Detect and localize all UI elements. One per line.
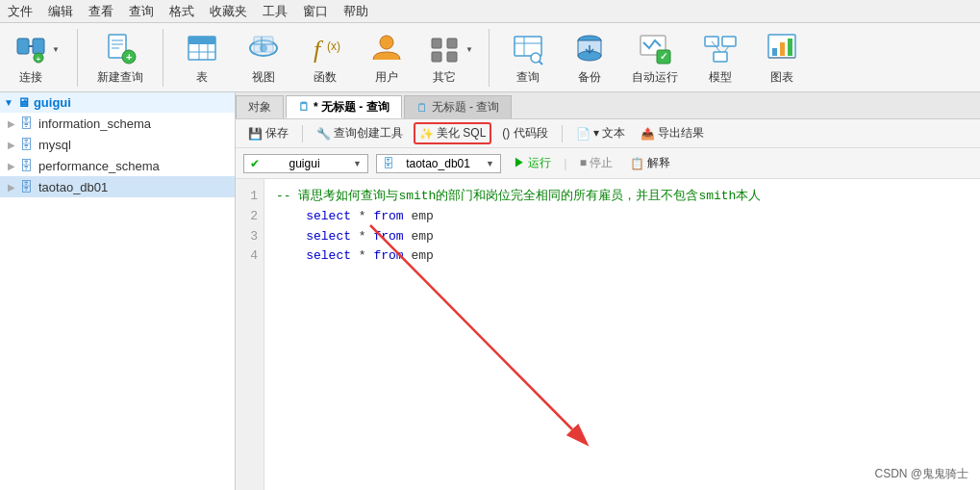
watermark: CSDN @鬼鬼骑士 [874,466,968,482]
right-db-dropdown[interactable]: 🗄 taotao_db01 ▼ [376,154,501,173]
build-query-button[interactable]: 🔧 查询创建工具 [312,123,408,143]
tab-query1-label: * 无标题 - 查询 [314,99,389,116]
beautify-sql-button[interactable]: ✨ 美化 SQL [414,122,491,144]
right-db-name: taotao_db01 [406,157,470,170]
svg-rect-41 [714,52,727,62]
menu-window[interactable]: 窗口 [303,3,328,20]
tab-query2[interactable]: 🗒 无标题 - 查询 [404,95,513,118]
kw-select-2: select [306,209,351,223]
build-query-label: 查询创建工具 [334,125,403,142]
line-num-1: 1 [241,187,258,207]
menu-favorites[interactable]: 收藏夹 [210,3,247,20]
toolbar-function[interactable]: f(x) 函数 [298,25,352,90]
toolbar-view[interactable]: 视图 [237,25,290,90]
backup-label: 备份 [578,69,601,86]
autorun-icon: ✓ [636,29,674,67]
connect-icon: + [12,29,50,67]
menu-format[interactable]: 格式 [169,3,194,20]
left-db-dropdown[interactable]: ✔ guigui ▼ [243,154,368,173]
right-db-icon: 🗄 [383,157,394,170]
svg-rect-46 [780,42,785,56]
menu-file[interactable]: 文件 [8,3,33,20]
sidebar-root-arrow: ▼ [4,97,13,108]
export-icon: 📤 [641,127,655,141]
cylinder-icon-3: 🗄 [19,158,33,173]
menu-help[interactable]: 帮助 [343,3,368,20]
svg-text:✓: ✓ [660,51,667,62]
code-editor-area: 1 2 3 4 -- 请思考如何查询与smith的部门和岗位完全相同的所有雇员，… [236,179,980,490]
sidebar-item-performance-schema[interactable]: ▶ 🗄 performance_schema [0,155,235,176]
toolbar-backup[interactable]: 备份 [563,25,616,90]
sidebar-item-taotao-db01[interactable]: ▶ 🗄 taotao_db01 [0,176,235,197]
svg-text:+: + [126,51,132,63]
svg-rect-26 [432,52,441,62]
table-icon [183,29,221,67]
svg-rect-25 [447,39,457,48]
main-toolbar: + 连接 ▼ + 新建查询 表 视图 f(x) 函数 [0,23,980,92]
toolbar-user[interactable]: 用户 [360,25,414,90]
other-icon [425,29,464,67]
sidebar-item-information-schema[interactable]: ▶ 🗄 information_schema [0,113,235,134]
cylinder-icon-4: 🗄 [19,179,33,194]
cylinder-icon-2: 🗄 [19,137,33,152]
run-button[interactable]: ▶ 运行 [509,153,556,173]
stop-button[interactable]: ■ 停止 [575,153,618,173]
stop-label: ■ 停止 [580,155,614,171]
text-icon: 📄 [576,127,591,141]
svg-text:f: f [314,36,324,64]
code-content[interactable]: -- 请思考如何查询与smith的部门和岗位完全相同的所有雇员，并且不包含smi… [264,179,980,490]
kw-select-4: select [306,248,351,263]
text-button[interactable]: 📄 ▾ 文本 [571,123,630,143]
snippet-button[interactable]: () 代码段 [497,123,552,143]
qt-sep-2 [562,125,563,142]
right-db-arrow: ▼ [486,159,494,168]
connect-arrow-icon[interactable]: ▼ [52,45,60,54]
query-icon [509,29,547,67]
explain-button[interactable]: 📋 解释 [625,153,675,173]
toolbar-chart[interactable]: 图表 [755,25,809,90]
code-editor[interactable]: 1 2 3 4 -- 请思考如何查询与smith的部门和岗位完全相同的所有雇员，… [236,179,980,490]
toolbar-query[interactable]: 查询 [501,25,555,90]
new-query-label: 新建查询 [97,69,143,86]
sidebar-item-mysql[interactable]: ▶ 🗄 mysql [0,134,235,155]
svg-point-23 [380,36,393,49]
run-label: ▶ 运行 [514,155,551,171]
menu-query[interactable]: 查询 [129,3,154,20]
kw-from-4: from [373,248,403,263]
menu-edit[interactable]: 编辑 [48,3,73,20]
function-label: 函数 [314,69,337,86]
user-icon [367,29,406,67]
menu-view[interactable]: 查看 [88,3,113,20]
toolbar-other[interactable]: 其它 ▼ [421,25,477,90]
tab-object-label: 对象 [248,99,271,116]
svg-rect-1 [33,39,44,54]
code-indent-4 [276,248,306,263]
sidebar-root[interactable]: ▼ 🖥 guigui [0,92,235,113]
svg-rect-47 [788,39,792,56]
toolbar-sep-2 [163,29,163,87]
backup-icon [570,29,609,67]
tab-query1[interactable]: 🗒 * 无标题 - 查询 [286,95,402,118]
view-icon [244,29,283,67]
kw-from-3: from [373,229,403,244]
expand-icon-2: ▶ [8,140,15,150]
code-indent-3 [276,229,306,244]
toolbar-table[interactable]: 表 [175,25,229,90]
toolbar-connect[interactable]: + 连接 ▼ [8,25,65,90]
expand-icon-3: ▶ [8,161,15,171]
beautify-icon: ✨ [419,127,434,141]
qt-sep-1 [302,125,303,142]
other-label: 其它 [433,69,456,86]
query-toolbar: 💾 保存 🔧 查询创建工具 ✨ 美化 SQL () 代码段 📄 ▾ 文本 📤 [236,119,980,148]
toolbar-autorun[interactable]: ✓ 自动运行 [624,25,686,90]
toolbar-new-query[interactable]: + 新建查询 [89,25,151,90]
sidebar: ▼ 🖥 guigui ▶ 🗄 information_schema ▶ 🗄 my… [0,92,236,490]
tab-object[interactable]: 对象 [236,95,284,118]
export-button[interactable]: 📤 导出结果 [636,123,709,143]
toolbar-model[interactable]: 模型 [693,25,747,90]
menu-tools[interactable]: 工具 [263,3,288,20]
view-label: 视图 [252,69,275,86]
other-arrow-icon[interactable]: ▼ [465,45,473,54]
svg-rect-27 [447,52,457,62]
save-button[interactable]: 💾 保存 [243,123,293,143]
